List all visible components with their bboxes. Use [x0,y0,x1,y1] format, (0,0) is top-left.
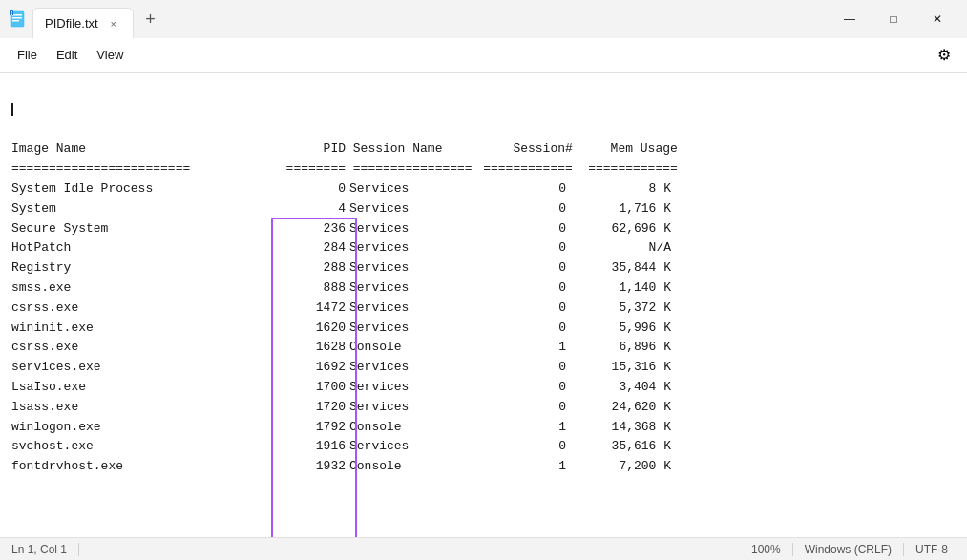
process-mem-usage: N/A [566,239,671,259]
svg-rect-3 [12,20,19,22]
settings-button[interactable]: ⚙ [929,40,959,71]
text-editor-content[interactable]: Image NamePID Session NameSession#Mem Us… [0,73,967,537]
process-session-num: 1 [475,457,566,477]
process-session: Services [346,219,475,239]
active-tab[interactable]: PIDfile.txt × [32,8,134,38]
table-row: System4Services01,716 K [11,199,956,219]
status-bar: Ln 1, Col 1 100% Windows (CRLF) UTF-8 [0,537,967,560]
table-row: fontdrvhost.exe1932Console17,200 K [11,457,956,477]
process-pid: 1792 [269,418,346,438]
tab-title: PIDfile.txt [45,16,98,31]
process-session-num: 0 [475,279,566,299]
process-name: Registry [11,259,269,279]
process-session: Services [346,239,475,259]
process-name: csrss.exe [11,299,269,319]
maximize-button[interactable]: □ [872,4,915,34]
cursor-position: Ln 1, Col 1 [8,543,79,556]
table-row: HotPatch284Services0N/A [11,239,956,259]
tabs-area: PIDfile.txt × + [8,0,828,38]
process-session: Services [346,259,475,279]
process-pid: 1700 [269,378,346,398]
tab-close-button[interactable]: × [106,16,121,31]
process-name: services.exe [11,358,269,378]
process-pid: 284 [269,239,346,259]
process-name: winlogon.exe [11,418,269,438]
process-mem-usage: 5,996 K [566,319,671,339]
text-body: Image NamePID Session NameSession#Mem Us… [11,80,956,179]
table-row: smss.exe888Services01,140 K [11,279,956,299]
table-row: services.exe1692Services015,316 K [11,358,956,378]
process-session-num: 0 [475,199,566,219]
process-session-num: 0 [475,358,566,378]
process-session: Services [346,199,475,219]
process-mem-usage: 7,200 K [566,457,671,477]
process-pid: 1720 [269,398,346,418]
process-name: csrss.exe [11,338,269,358]
process-pid: 1472 [269,299,346,319]
title-bar: PIDfile.txt × + — □ ✕ [0,0,967,38]
process-session: Console [346,418,475,438]
encoding: UTF-8 [904,543,959,556]
process-pid: 1916 [269,437,346,457]
process-name: svchost.exe [11,437,269,457]
process-mem-usage: 6,896 K [566,338,671,358]
new-tab-button[interactable]: + [137,6,164,32]
process-session-num: 1 [475,418,566,438]
table-row: wininit.exe1620Services05,996 K [11,319,956,339]
svg-rect-1 [12,14,22,16]
process-session: Services [346,398,475,418]
process-mem-usage: 8 K [566,179,671,199]
process-pid: 888 [269,279,346,299]
process-table: System Idle Process0Services08 KSystem4S… [11,179,956,477]
process-session: Services [346,299,475,319]
process-name: LsaIso.exe [11,378,269,398]
process-pid: 1932 [269,457,346,477]
process-mem-usage: 35,844 K [566,259,671,279]
zoom-level: 100% [740,543,793,556]
process-mem-usage: 3,404 K [566,378,671,398]
process-mem-usage: 35,616 K [566,437,671,457]
window-controls: — □ ✕ [828,4,959,34]
table-row: winlogon.exe1792Console114,368 K [11,418,956,438]
table-row: Secure System236Services062,696 K [11,219,956,239]
process-session: Services [346,378,475,398]
process-pid: 1692 [269,358,346,378]
process-pid: 0 [269,179,346,199]
app-icon [8,10,27,29]
minimize-button[interactable]: — [828,4,872,34]
table-row: lsass.exe1720Services024,620 K [11,398,956,418]
table-row: svchost.exe1916Services035,616 K [11,437,956,457]
close-button[interactable]: ✕ [915,4,959,34]
process-name: HotPatch [11,239,269,259]
process-name: wininit.exe [11,319,269,339]
table-row: csrss.exe1628Console16,896 K [11,338,956,358]
process-pid: 288 [269,259,346,279]
table-row: LsaIso.exe1700Services03,404 K [11,378,956,398]
process-session-num: 0 [475,179,566,199]
view-menu[interactable]: View [87,44,133,66]
svg-rect-5 [11,11,12,12]
process-session-num: 0 [475,319,566,339]
process-pid: 4 [269,199,346,219]
edit-menu[interactable]: Edit [47,44,87,66]
process-name: smss.exe [11,279,269,299]
process-session-num: 0 [475,378,566,398]
process-session-num: 0 [475,239,566,259]
process-session: Services [346,179,475,199]
line-ending: Windows (CRLF) [793,543,904,556]
process-mem-usage: 1,140 K [566,279,671,299]
process-name: System Idle Process [11,179,269,199]
process-mem-usage: 24,620 K [566,398,671,418]
file-menu[interactable]: File [8,44,47,66]
svg-rect-2 [12,17,22,19]
process-pid: 236 [269,219,346,239]
process-pid: 1620 [269,319,346,339]
table-row: csrss.exe1472Services05,372 K [11,299,956,319]
process-mem-usage: 14,368 K [566,418,671,438]
cursor [11,103,13,116]
process-session-num: 0 [475,219,566,239]
table-row: System Idle Process0Services08 K [11,179,956,199]
table-row: Registry288Services035,844 K [11,259,956,279]
process-session: Services [346,279,475,299]
process-session: Services [346,437,475,457]
